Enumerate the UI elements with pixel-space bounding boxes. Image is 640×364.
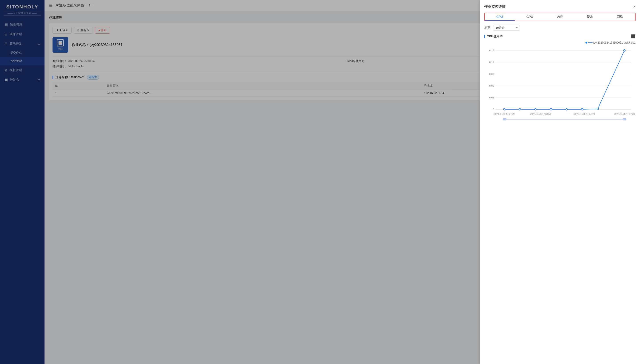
svg-text:0.15: 0.15 [489, 49, 494, 52]
chart-section: CPU使用率 ⬛ jzy-20230324153100051-taskRole1… [484, 34, 635, 360]
monitor-header: 作业监控详情 × [484, 4, 635, 9]
tab-cpu[interactable]: CPU [485, 13, 515, 21]
svg-text:2023-03-28 17:37:39: 2023-03-28 17:37:39 [614, 113, 635, 115]
svg-text:2023-03-28 17:34:19: 2023-03-28 17:34:19 [574, 113, 595, 115]
svg-point-23 [597, 108, 599, 110]
svg-point-18 [519, 108, 521, 110]
svg-point-22 [581, 108, 583, 110]
svg-text:0.03: 0.03 [489, 96, 494, 99]
svg-point-21 [566, 108, 567, 110]
monitor-title: 作业监控详情 [484, 4, 506, 9]
svg-text:2023-03-28 17:27:39: 2023-03-28 17:27:39 [494, 113, 515, 115]
svg-text:2023-03-28 17:30:59: 2023-03-28 17:30:59 [530, 113, 551, 115]
chart-wrap: 0.15 0.12 0.09 0.06 0.03 0 2023-03-28 17… [484, 46, 635, 126]
tab-gpu[interactable]: GPU [515, 13, 545, 21]
chart-title-row: CPU使用率 ⬛ [484, 34, 635, 38]
legend-line: jzy-20230324153100051-taskRole1 [585, 41, 635, 44]
legend-row: jzy-20230324153100051-taskRole1 [484, 41, 635, 44]
chart-title-bar [484, 35, 485, 38]
svg-point-20 [550, 108, 552, 110]
legend-dash [588, 42, 593, 43]
svg-point-17 [503, 108, 505, 110]
svg-text:0.09: 0.09 [489, 73, 494, 75]
svg-text:0.06: 0.06 [489, 84, 494, 87]
cpu-chart: 0.15 0.12 0.09 0.06 0.03 0 2023-03-28 17… [484, 46, 635, 126]
period-select[interactable]: 10分钟 1分钟 5分钟 30分钟 1小时 [493, 25, 520, 31]
legend-label: jzy-20230324153100051-taskRole1 [593, 41, 635, 44]
svg-text:0: 0 [493, 108, 494, 111]
svg-point-24 [623, 50, 625, 51]
chart-title: CPU使用率 [487, 34, 503, 38]
period-row: 周期 10分钟 1分钟 5分钟 30分钟 1小时 [484, 25, 635, 31]
period-label: 周期 [484, 26, 491, 30]
monitor-tabs: CPU GPU 内存 硬盘 网络 [484, 13, 635, 21]
tab-memory[interactable]: 内存 [545, 13, 575, 21]
tab-disk[interactable]: 硬盘 [575, 13, 605, 21]
close-button[interactable]: × [633, 4, 635, 9]
legend-dot [585, 42, 587, 44]
svg-text:0.12: 0.12 [489, 61, 494, 64]
svg-point-19 [535, 108, 536, 110]
monitor-panel: 作业监控详情 × CPU GPU 内存 硬盘 网络 周期 10分钟 1分钟 5分… [480, 0, 640, 364]
download-icon[interactable]: ⬛ [631, 34, 635, 38]
tab-network[interactable]: 网络 [605, 13, 635, 21]
